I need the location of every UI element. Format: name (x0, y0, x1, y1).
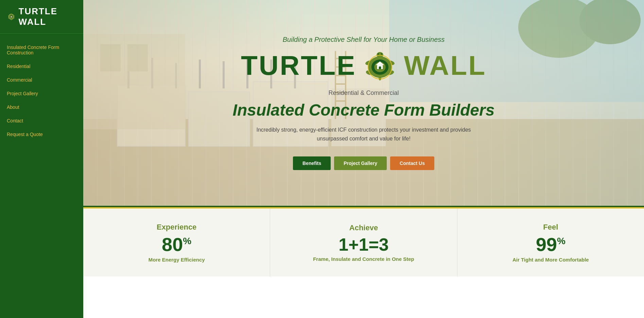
svg-point-7 (11, 18, 12, 20)
stats-section: Experience 80% More Energy Efficiency Ac… (83, 208, 644, 277)
stat-achieve-formula: 1+1=3 (338, 236, 389, 253)
hero-turtle-logo (363, 49, 397, 83)
hero-brand-wall: WALL (404, 50, 486, 81)
hero-sub-label: Residential & Commercial (328, 89, 399, 97)
gallery-button[interactable]: Project Gallery (334, 156, 387, 170)
svg-rect-21 (223, 61, 225, 88)
sidebar-item-contact[interactable]: Contact (0, 114, 83, 128)
svg-rect-20 (199, 60, 201, 88)
stat-feel: Feel 99% Air Tight and More Comfortable (457, 208, 644, 277)
svg-rect-41 (379, 66, 381, 69)
svg-point-48 (378, 53, 379, 55)
hero-headline: Insulated Concrete Form Builders (233, 101, 495, 119)
svg-point-49 (381, 53, 382, 55)
stat-experience: Experience 80% More Energy Efficiency (83, 208, 270, 277)
sidebar-nav: Insulated Concrete Form Construction Res… (0, 34, 83, 148)
stat-achieve-label: Achieve (349, 223, 378, 232)
hero-description: Incredibly strong, energy-efficient ICF … (245, 125, 483, 143)
benefits-button[interactable]: Benefits (293, 156, 331, 170)
svg-rect-34 (100, 44, 121, 71)
svg-point-5 (8, 15, 10, 16)
svg-text:🏠: 🏠 (10, 16, 13, 18)
sidebar-item-commercial[interactable]: Commercial (0, 73, 83, 87)
logo: 🏠 TURTLE WALL (7, 6, 76, 27)
stat-achieve-desc: Frame, Insulate and Concrete in One Step (313, 256, 414, 262)
hero-tagline: Building a Protective Shell for Your Hom… (283, 36, 445, 44)
stat-experience-value: 80% (162, 235, 191, 254)
stat-experience-desc: More Energy Efficiency (149, 257, 205, 263)
hero-content: Building a Protective Shell for Your Hom… (233, 36, 495, 170)
svg-point-6 (8, 17, 10, 19)
svg-point-47 (379, 76, 381, 80)
sidebar-item-quote[interactable]: Request a Quote (0, 128, 83, 141)
stat-feel-desc: Air Tight and More Comfortable (512, 257, 589, 263)
stat-feel-suffix: % (557, 236, 565, 246)
hero-section: Building a Protective Shell for Your Hom… (83, 0, 644, 206)
stat-experience-label: Experience (157, 223, 196, 232)
sidebar-item-residential[interactable]: Residential (0, 60, 83, 73)
divider-bar (83, 206, 644, 208)
hero-brand: TURTLE (241, 49, 486, 83)
turtle-logo-icon: 🏠 (7, 11, 16, 22)
stat-achieve: Achieve 1+1=3 Frame, Insulate and Concre… (270, 208, 457, 277)
main-content: Building a Protective Shell for Your Hom… (83, 0, 644, 318)
stat-feel-value: 99% (536, 235, 565, 254)
stat-feel-label: Feel (543, 223, 558, 232)
svg-point-2 (10, 14, 13, 15)
logo-text: TURTLE WALL (19, 6, 76, 27)
sidebar-logo: 🏠 TURTLE WALL (0, 0, 83, 34)
hero-buttons: Benefits Project Gallery Contact Us (293, 156, 434, 170)
sidebar-item-gallery[interactable]: Project Gallery (0, 87, 83, 100)
stat-experience-suffix: % (183, 236, 191, 246)
sidebar-item-about[interactable]: About (0, 100, 83, 114)
contact-button[interactable]: Contact Us (390, 156, 434, 170)
sidebar-item-icf[interactable]: Insulated Concrete Form Construction (0, 40, 83, 60)
svg-rect-35 (127, 44, 148, 71)
hero-brand-turtle: TURTLE (241, 50, 356, 81)
sidebar: 🏠 TURTLE WALL Insulated Concrete Form Co… (0, 0, 83, 318)
